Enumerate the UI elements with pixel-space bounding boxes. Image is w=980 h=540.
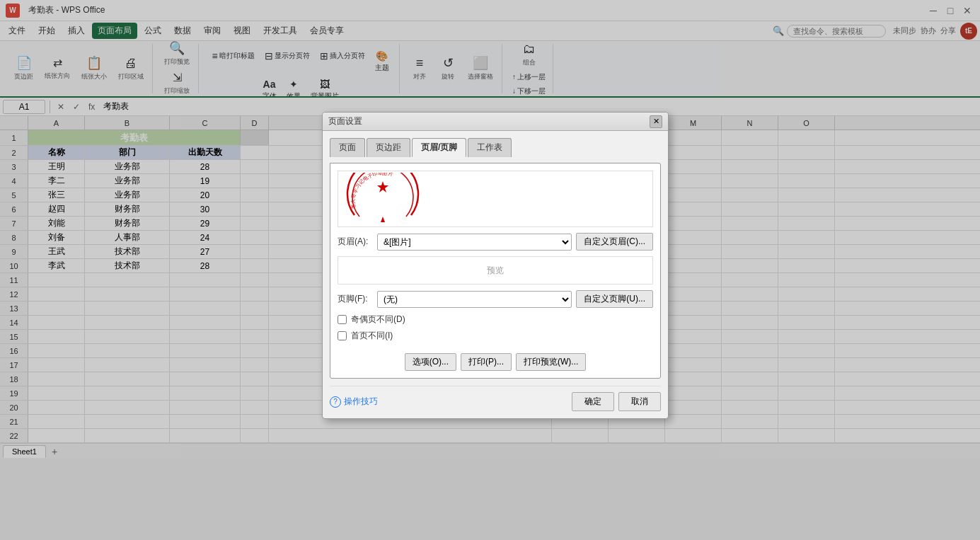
size-btn[interactable]: 📋 纸张大小 xyxy=(77,54,111,84)
cell-m19[interactable] xyxy=(665,386,722,400)
cell-d8[interactable] xyxy=(241,231,269,244)
col-header-n[interactable]: N xyxy=(722,116,778,130)
cell-n3[interactable] xyxy=(722,160,778,173)
cell-o11[interactable] xyxy=(778,273,835,287)
col-header-o[interactable]: O xyxy=(778,116,835,130)
user-avatar[interactable]: tE xyxy=(960,23,977,40)
col-header-c[interactable]: C xyxy=(170,116,241,130)
row-header-4[interactable]: 4 xyxy=(0,174,28,188)
cell-o16[interactable] xyxy=(778,344,835,357)
cell-a1[interactable]: 考勤表 xyxy=(28,130,241,145)
cell-o7[interactable] xyxy=(778,217,835,230)
orientation-btn[interactable]: ⇄ 纸张方向 xyxy=(40,55,74,83)
cell-n11[interactable] xyxy=(722,273,778,287)
add-sheet-btn[interactable]: + xyxy=(47,444,62,459)
print-area-btn[interactable]: 🖨 打印区域 xyxy=(114,54,148,84)
cell-a11[interactable] xyxy=(28,273,85,287)
cell-d3[interactable] xyxy=(241,160,269,173)
cell-m14[interactable] xyxy=(665,316,722,329)
row-header-19[interactable]: 19 xyxy=(0,386,28,400)
cell-a7[interactable]: 刘能 xyxy=(28,217,85,230)
font-btn[interactable]: Aa 字体 xyxy=(258,76,281,98)
tab-worksheet[interactable]: 工作表 xyxy=(468,138,512,157)
close-btn[interactable]: ✕ xyxy=(960,4,974,18)
cell-b22[interactable] xyxy=(85,429,170,442)
menu-file[interactable]: 文件 xyxy=(3,23,31,39)
cell-d18[interactable] xyxy=(241,372,269,386)
cell-b7[interactable]: 财务部 xyxy=(85,217,170,230)
cell-n20[interactable] xyxy=(722,401,778,414)
cell-d19[interactable] xyxy=(241,386,269,400)
col-header-d[interactable]: D xyxy=(241,116,269,130)
cell-a18[interactable] xyxy=(28,372,85,386)
row-header-21[interactable]: 21 xyxy=(0,415,28,428)
align-btn[interactable]: ≡ 对齐 xyxy=(407,54,432,84)
row-header-11[interactable]: 11 xyxy=(0,273,28,287)
cell-c11[interactable] xyxy=(170,273,241,287)
maximize-btn[interactable]: □ xyxy=(943,4,957,18)
cell-n19[interactable] xyxy=(722,386,778,400)
cell-c14[interactable] xyxy=(170,316,241,329)
cell-reference-input[interactable] xyxy=(3,100,45,114)
cell-c3[interactable]: 28 xyxy=(170,160,241,173)
print-btn[interactable]: 打印(P)... xyxy=(461,353,512,371)
cell-a12[interactable] xyxy=(28,287,85,301)
col-header-b[interactable]: B xyxy=(85,116,170,130)
cell-o21[interactable] xyxy=(778,415,835,428)
cell-c6[interactable]: 30 xyxy=(170,202,241,216)
cell-a4[interactable]: 李二 xyxy=(28,174,85,188)
cell-n10[interactable] xyxy=(722,259,778,272)
row-header-3[interactable]: 3 xyxy=(0,160,28,173)
cell-d4[interactable] xyxy=(241,174,269,188)
menu-vip[interactable]: 会员专享 xyxy=(304,23,350,39)
cell-m22[interactable] xyxy=(665,429,722,442)
menu-formula[interactable]: 公式 xyxy=(139,23,167,39)
cell-o8[interactable] xyxy=(778,231,835,244)
row-header-1[interactable]: 1 xyxy=(0,130,28,145)
cell-d11[interactable] xyxy=(241,273,269,287)
cell-n17[interactable] xyxy=(722,358,778,372)
cell-n16[interactable] xyxy=(722,344,778,357)
cell-o13[interactable] xyxy=(778,301,835,315)
search-input[interactable] xyxy=(787,25,886,38)
formula-fx-icon[interactable]: fx xyxy=(86,102,98,112)
cell-c19[interactable] xyxy=(170,386,241,400)
row-header-14[interactable]: 14 xyxy=(0,316,28,329)
row-header-6[interactable]: 6 xyxy=(0,202,28,216)
menu-devtools[interactable]: 开发工具 xyxy=(258,23,303,39)
cell-o17[interactable] xyxy=(778,358,835,372)
cell-a17[interactable] xyxy=(28,358,85,372)
cell-d21[interactable] xyxy=(241,415,269,428)
menu-review[interactable]: 审阅 xyxy=(198,23,226,39)
cell-d15[interactable] xyxy=(241,330,269,343)
cell-c9[interactable]: 27 xyxy=(170,245,241,258)
cell-b21[interactable] xyxy=(85,415,170,428)
cell-m11[interactable] xyxy=(665,273,722,287)
cell-b16[interactable] xyxy=(85,344,170,357)
print-preview-modal-btn[interactable]: 打印预览(W)... xyxy=(516,353,586,371)
formula-expand-icon[interactable]: ✕ xyxy=(54,102,67,112)
cell-m3[interactable] xyxy=(665,160,722,173)
cell-n9[interactable] xyxy=(722,245,778,258)
cell-c15[interactable] xyxy=(170,330,241,343)
row-header-10[interactable]: 10 xyxy=(0,259,28,272)
cell-o18[interactable] xyxy=(778,372,835,386)
header-select[interactable]: &[图片] xyxy=(377,234,572,251)
cell-b4[interactable]: 业务部 xyxy=(85,174,170,188)
cell-b9[interactable]: 技术部 xyxy=(85,245,170,258)
cell-m16[interactable] xyxy=(665,344,722,357)
cell-m10[interactable] xyxy=(665,259,722,272)
cell-b19[interactable] xyxy=(85,386,170,400)
page-break-btn[interactable]: ⊟ 显示分页符 xyxy=(260,48,314,64)
cell-b6[interactable]: 财务部 xyxy=(85,202,170,216)
cell-c10[interactable]: 28 xyxy=(170,259,241,272)
cell-a10[interactable]: 李武 xyxy=(28,259,85,272)
cell-c4[interactable]: 19 xyxy=(170,174,241,188)
cell-d20[interactable] xyxy=(241,401,269,414)
options-btn[interactable]: 选项(O)... xyxy=(405,353,456,371)
group-btn[interactable]: 🗂 组合 xyxy=(517,41,542,69)
cell-b17[interactable] xyxy=(85,358,170,372)
cell-d5[interactable] xyxy=(241,188,269,202)
cell-a15[interactable] xyxy=(28,330,85,343)
cell-n5[interactable] xyxy=(722,188,778,202)
